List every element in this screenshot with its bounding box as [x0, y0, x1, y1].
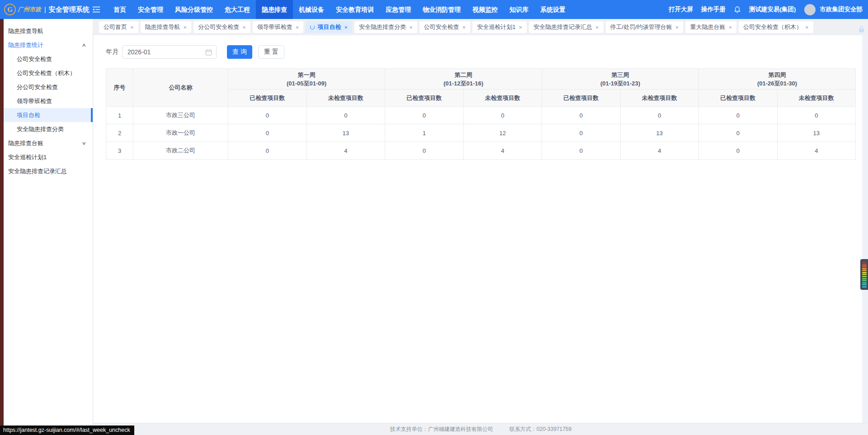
tab-company-check-block[interactable]: 公司安全检查（积木）×	[739, 21, 813, 33]
tenant-name[interactable]: 测试建安易(集团)	[749, 5, 796, 14]
nav-item-major-projects[interactable]: 危大工程	[219, 0, 256, 19]
unchecked-count-link[interactable]: 4	[620, 142, 699, 160]
tab-hazard-nav[interactable]: 隐患排查导航×	[141, 21, 192, 33]
unchecked-count-link[interactable]: 13	[620, 124, 699, 142]
tab-major-hazard-ledger[interactable]: 重大隐患台账×	[685, 21, 736, 33]
sidebar-item-label: 隐患排查台账	[8, 139, 43, 147]
open-big-screen-link[interactable]: 打开大屏	[669, 5, 693, 14]
unchecked-count-link[interactable]: 4	[777, 142, 856, 160]
close-icon[interactable]: ×	[296, 24, 299, 31]
close-icon[interactable]: ×	[184, 24, 187, 31]
col-header-unchecked: 未检查项目数	[620, 90, 699, 107]
nav-item-safety-training[interactable]: 安全教育培训	[330, 0, 380, 19]
col-header-unchecked: 未检查项目数	[777, 90, 856, 107]
user-avatar[interactable]	[804, 4, 816, 15]
close-icon[interactable]: ×	[519, 24, 522, 31]
user-name[interactable]: 市政集团安全部	[820, 5, 863, 14]
year-month-picker[interactable]	[122, 45, 217, 59]
nav-item-video-monitor[interactable]: 视频监控	[467, 0, 504, 19]
seq-cell: 3	[106, 142, 133, 160]
tab-patrol-plan[interactable]: 安全巡检计划1×	[472, 21, 527, 33]
nav-item-home[interactable]: 首页	[108, 0, 132, 19]
sidebar-item-record-summary[interactable]: 安全隐患排查记录汇总	[4, 164, 93, 178]
unchecked-count-link[interactable]: 0	[777, 107, 856, 124]
week-range: (01-12至01-16)	[385, 79, 542, 88]
scrollbar[interactable]	[862, 35, 868, 435]
week-range: (01-05至01-09)	[228, 79, 385, 88]
company-link[interactable]: 市政一公司	[133, 124, 228, 142]
nav-item-safety-mgmt[interactable]: 安全管理	[132, 0, 169, 19]
operation-manual-link[interactable]: 操作手册	[701, 5, 726, 14]
tab-hazard-classify[interactable]: 安全隐患排查分类×	[354, 21, 417, 33]
week-title: 第一周	[228, 71, 385, 79]
nav-item-property-fire[interactable]: 物业消防管理	[417, 0, 467, 19]
col-header-week4: 第四周 (01-26至01-30)	[699, 69, 856, 90]
nav-item-system-settings[interactable]: 系统设置	[534, 0, 571, 19]
footer-support-text: 技术支持单位：广州穗建建造科技有限公司	[390, 426, 493, 433]
tab-company-check[interactable]: 公司安全检查×	[420, 21, 471, 33]
menu-fold-icon[interactable]	[92, 6, 100, 13]
unchecked-count-link[interactable]: 0	[463, 107, 542, 124]
search-button[interactable]: 查 询	[227, 45, 252, 59]
tab-leader-shift-check[interactable]: 领导带班检查×	[253, 21, 304, 33]
tab-label: 领导带班检查	[257, 23, 292, 31]
nav-item-knowledge-base[interactable]: 知识库	[504, 0, 534, 19]
status-bar-url: https://jantest.gz-suijian.com/#/last_we…	[0, 426, 134, 435]
unchecked-count-link[interactable]: 12	[463, 124, 542, 142]
sidebar-item-leader-shift-check[interactable]: 领导带班检查	[4, 94, 93, 108]
sidebar-item-hazard-nav[interactable]: 隐患排查导航	[4, 24, 93, 38]
sidebar-item-patrol-plan[interactable]: 安全巡检计划1	[4, 150, 93, 164]
tab-stop-penalty-ledger[interactable]: 停工/处罚/约谈管理台账×	[606, 21, 684, 33]
col-header-checked: 已检查项目数	[699, 90, 778, 107]
reset-button[interactable]: 重 置	[258, 45, 284, 59]
col-header-checked: 已检查项目数	[385, 90, 464, 107]
sidebar-item-project-self-check[interactable]: 项目自检	[4, 108, 93, 122]
devtools-rainbow-widget[interactable]	[860, 259, 868, 290]
sidebar-item-hazard-ledger[interactable]: 隐患排查台账 ∨	[4, 136, 93, 150]
week-range: (01-26至01-30)	[699, 79, 855, 88]
tab-company-home[interactable]: 公司首页×	[99, 21, 138, 33]
company-link[interactable]: 市政二公司	[133, 142, 228, 160]
company-link[interactable]: 市政三公司	[133, 107, 228, 124]
table-row: 1 市政三公司 0 0 0 0 0 0 0 0	[106, 107, 856, 124]
unchecked-count-link[interactable]: 13	[307, 124, 385, 142]
sidebar-item-company-check[interactable]: 公司安全检查	[4, 52, 93, 66]
unchecked-count-link[interactable]: 4	[463, 142, 542, 160]
close-icon[interactable]: ×	[728, 24, 732, 31]
tab-record-summary[interactable]: 安全隐患排查记录汇总×	[529, 21, 604, 33]
sidebar-item-company-check-block[interactable]: 公司安全检查（积木）	[4, 66, 93, 80]
nav-item-risk-control[interactable]: 风险分级管控	[169, 0, 219, 19]
notification-bell-icon[interactable]	[734, 6, 741, 14]
close-icon[interactable]: ×	[462, 24, 466, 31]
unchecked-count-link[interactable]: 13	[777, 124, 856, 142]
sidebar-item-branch-check[interactable]: 分公司安全检查	[4, 80, 93, 94]
logo-divider: |	[44, 6, 46, 13]
col-header-checked: 已检查项目数	[542, 90, 621, 107]
table-row: 3 市政二公司 0 4 0 4 0 4 0 4	[106, 142, 856, 160]
year-month-input[interactable]	[123, 46, 197, 58]
tab-project-self-check[interactable]: 项目自检×	[306, 21, 352, 33]
sidebar-item-hazard-stats[interactable]: 隐患排查统计 ∧	[4, 38, 93, 52]
lock-icon[interactable]	[858, 26, 865, 35]
close-icon[interactable]: ×	[242, 24, 246, 31]
unchecked-count-link[interactable]: 0	[307, 107, 385, 124]
close-icon[interactable]: ×	[595, 24, 599, 31]
nav-item-hazard-inspection[interactable]: 隐患排查	[256, 0, 293, 19]
close-icon[interactable]: ×	[675, 24, 679, 31]
close-icon[interactable]: ×	[805, 24, 809, 31]
sidebar-menu: 隐患排查导航 隐患排查统计 ∧ 公司安全检查 公司安全检查（积木） 分公司安全检…	[4, 19, 93, 435]
unchecked-count-link[interactable]: 4	[307, 142, 385, 160]
calendar-icon[interactable]	[205, 49, 212, 57]
col-header-week2: 第二周 (01-12至01-16)	[385, 69, 542, 90]
tab-branch-check[interactable]: 分公司安全检查×	[193, 21, 250, 33]
col-header-week3: 第三周 (01-19至01-23)	[542, 69, 699, 90]
close-icon[interactable]: ×	[409, 24, 413, 31]
close-icon[interactable]: ×	[344, 24, 348, 31]
unchecked-count-link[interactable]: 0	[620, 107, 699, 124]
close-icon[interactable]: ×	[130, 24, 134, 31]
nav-item-emergency[interactable]: 应急管理	[380, 0, 417, 19]
nav-item-machinery[interactable]: 机械设备	[293, 0, 330, 19]
tab-label: 重大隐患台账	[690, 23, 725, 31]
checked-count: 0	[385, 107, 464, 124]
sidebar-item-hazard-classify[interactable]: 安全隐患排查分类	[4, 122, 93, 136]
